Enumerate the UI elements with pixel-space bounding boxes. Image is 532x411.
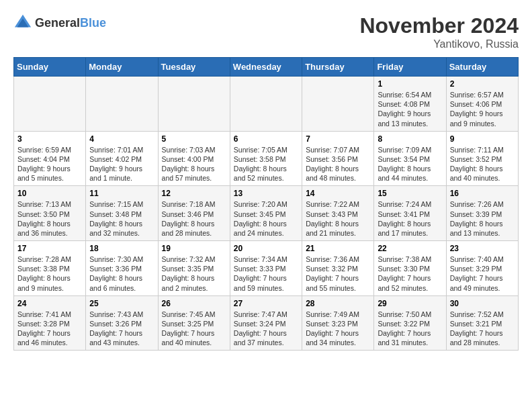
day-number: 23 bbox=[450, 244, 515, 253]
logo-text: GeneralBlue bbox=[35, 16, 106, 30]
calendar-week-3: 10Sunrise: 7:13 AM Sunset: 3:50 PM Dayli… bbox=[14, 186, 519, 241]
day-info: Sunrise: 6:57 AM Sunset: 4:06 PM Dayligh… bbox=[450, 90, 515, 128]
day-number: 22 bbox=[378, 244, 442, 253]
calendar-cell: 23Sunrise: 7:40 AM Sunset: 3:29 PM Dayli… bbox=[446, 241, 518, 296]
day-number: 16 bbox=[450, 189, 515, 198]
day-number: 21 bbox=[306, 244, 370, 253]
day-number: 6 bbox=[234, 134, 298, 144]
calendar-cell: 9Sunrise: 7:11 AM Sunset: 3:52 PM Daylig… bbox=[446, 131, 518, 186]
calendar-cell: 4Sunrise: 7:01 AM Sunset: 4:02 PM Daylig… bbox=[86, 131, 158, 186]
day-number: 25 bbox=[89, 299, 154, 308]
weekday-header-friday: Friday bbox=[374, 58, 446, 77]
calendar-cell: 19Sunrise: 7:32 AM Sunset: 3:35 PM Dayli… bbox=[158, 241, 230, 296]
calendar-cell: 5Sunrise: 7:03 AM Sunset: 4:00 PM Daylig… bbox=[158, 131, 230, 186]
day-number: 20 bbox=[234, 244, 298, 253]
weekday-header-monday: Monday bbox=[86, 58, 158, 77]
weekday-header-saturday: Saturday bbox=[446, 58, 518, 77]
calendar-cell: 21Sunrise: 7:36 AM Sunset: 3:32 PM Dayli… bbox=[302, 241, 374, 296]
day-number: 30 bbox=[450, 299, 515, 308]
logo-general: General bbox=[35, 16, 80, 30]
calendar-cell: 15Sunrise: 7:24 AM Sunset: 3:41 PM Dayli… bbox=[374, 186, 446, 241]
calendar-cell: 6Sunrise: 7:05 AM Sunset: 3:58 PM Daylig… bbox=[230, 131, 302, 186]
calendar-cell: 27Sunrise: 7:47 AM Sunset: 3:24 PM Dayli… bbox=[230, 295, 302, 351]
day-number: 24 bbox=[17, 299, 82, 308]
day-info: Sunrise: 7:09 AM Sunset: 3:54 PM Dayligh… bbox=[378, 145, 442, 183]
calendar-week-2: 3Sunrise: 6:59 AM Sunset: 4:04 PM Daylig… bbox=[14, 131, 519, 186]
calendar-cell: 26Sunrise: 7:45 AM Sunset: 3:25 PM Dayli… bbox=[158, 295, 230, 351]
day-number: 5 bbox=[162, 134, 226, 144]
day-number: 27 bbox=[234, 299, 298, 308]
calendar-cell bbox=[14, 77, 86, 132]
calendar-cell: 13Sunrise: 7:20 AM Sunset: 3:45 PM Dayli… bbox=[230, 186, 302, 241]
day-info: Sunrise: 7:07 AM Sunset: 3:56 PM Dayligh… bbox=[306, 145, 370, 183]
logo: GeneralBlue bbox=[13, 13, 106, 32]
day-info: Sunrise: 7:41 AM Sunset: 3:28 PM Dayligh… bbox=[17, 310, 82, 348]
day-info: Sunrise: 7:40 AM Sunset: 3:29 PM Dayligh… bbox=[450, 255, 515, 293]
day-number: 29 bbox=[378, 299, 442, 308]
day-info: Sunrise: 7:18 AM Sunset: 3:46 PM Dayligh… bbox=[162, 199, 226, 238]
location-title: Yantikovo, Russia bbox=[359, 38, 519, 50]
day-info: Sunrise: 7:28 AM Sunset: 3:38 PM Dayligh… bbox=[17, 255, 82, 293]
day-number: 15 bbox=[378, 189, 442, 198]
day-number: 3 bbox=[17, 134, 82, 144]
calendar-cell: 22Sunrise: 7:38 AM Sunset: 3:30 PM Dayli… bbox=[374, 241, 446, 296]
day-info: Sunrise: 7:24 AM Sunset: 3:41 PM Dayligh… bbox=[378, 199, 442, 238]
day-number: 12 bbox=[162, 189, 226, 198]
logo-icon bbox=[13, 13, 32, 32]
day-info: Sunrise: 7:20 AM Sunset: 3:45 PM Dayligh… bbox=[234, 199, 298, 238]
day-number: 9 bbox=[450, 134, 515, 144]
day-info: Sunrise: 6:54 AM Sunset: 4:08 PM Dayligh… bbox=[378, 90, 442, 128]
logo-blue: Blue bbox=[80, 16, 106, 30]
day-info: Sunrise: 7:52 AM Sunset: 3:21 PM Dayligh… bbox=[450, 310, 515, 348]
calendar-cell bbox=[86, 77, 158, 132]
calendar-cell: 7Sunrise: 7:07 AM Sunset: 3:56 PM Daylig… bbox=[302, 131, 374, 186]
day-number: 18 bbox=[89, 244, 154, 253]
calendar-cell: 17Sunrise: 7:28 AM Sunset: 3:38 PM Dayli… bbox=[14, 241, 86, 296]
day-info: Sunrise: 7:15 AM Sunset: 3:48 PM Dayligh… bbox=[89, 199, 154, 238]
day-number: 28 bbox=[306, 299, 370, 308]
calendar-cell: 12Sunrise: 7:18 AM Sunset: 3:46 PM Dayli… bbox=[158, 186, 230, 241]
calendar-cell: 10Sunrise: 7:13 AM Sunset: 3:50 PM Dayli… bbox=[14, 186, 86, 241]
weekday-header-row: SundayMondayTuesdayWednesdayThursdayFrid… bbox=[14, 58, 519, 77]
day-number: 13 bbox=[234, 189, 298, 198]
day-number: 8 bbox=[378, 134, 442, 144]
day-info: Sunrise: 7:34 AM Sunset: 3:33 PM Dayligh… bbox=[234, 255, 298, 293]
day-info: Sunrise: 7:36 AM Sunset: 3:32 PM Dayligh… bbox=[306, 255, 370, 293]
calendar-cell: 25Sunrise: 7:43 AM Sunset: 3:26 PM Dayli… bbox=[86, 295, 158, 351]
day-number: 10 bbox=[17, 189, 82, 198]
day-info: Sunrise: 7:05 AM Sunset: 3:58 PM Dayligh… bbox=[234, 145, 298, 183]
day-number: 11 bbox=[89, 189, 154, 198]
day-number: 1 bbox=[378, 79, 442, 89]
day-number: 4 bbox=[89, 134, 154, 144]
day-info: Sunrise: 7:11 AM Sunset: 3:52 PM Dayligh… bbox=[450, 145, 515, 183]
calendar-cell: 11Sunrise: 7:15 AM Sunset: 3:48 PM Dayli… bbox=[86, 186, 158, 241]
day-info: Sunrise: 7:32 AM Sunset: 3:35 PM Dayligh… bbox=[162, 255, 226, 293]
calendar-week-4: 17Sunrise: 7:28 AM Sunset: 3:38 PM Dayli… bbox=[14, 241, 519, 296]
day-info: Sunrise: 6:59 AM Sunset: 4:04 PM Dayligh… bbox=[17, 145, 82, 183]
calendar-week-1: 1Sunrise: 6:54 AM Sunset: 4:08 PM Daylig… bbox=[14, 77, 519, 132]
calendar-cell bbox=[158, 77, 230, 132]
day-number: 2 bbox=[450, 79, 515, 89]
day-info: Sunrise: 7:03 AM Sunset: 4:00 PM Dayligh… bbox=[162, 145, 226, 183]
weekday-header-tuesday: Tuesday bbox=[158, 58, 230, 77]
day-info: Sunrise: 7:47 AM Sunset: 3:24 PM Dayligh… bbox=[234, 310, 298, 348]
weekday-header-wednesday: Wednesday bbox=[230, 58, 302, 77]
weekday-header-thursday: Thursday bbox=[302, 58, 374, 77]
day-number: 17 bbox=[17, 244, 82, 253]
calendar-cell: 20Sunrise: 7:34 AM Sunset: 3:33 PM Dayli… bbox=[230, 241, 302, 296]
calendar-cell: 8Sunrise: 7:09 AM Sunset: 3:54 PM Daylig… bbox=[374, 131, 446, 186]
page-header: GeneralBlue November 2024 Yantikovo, Rus… bbox=[13, 13, 519, 50]
calendar-table: SundayMondayTuesdayWednesdayThursdayFrid… bbox=[13, 57, 519, 351]
calendar-cell: 1Sunrise: 6:54 AM Sunset: 4:08 PM Daylig… bbox=[374, 77, 446, 132]
day-info: Sunrise: 7:22 AM Sunset: 3:43 PM Dayligh… bbox=[306, 199, 370, 238]
day-info: Sunrise: 7:30 AM Sunset: 3:36 PM Dayligh… bbox=[89, 255, 154, 293]
day-info: Sunrise: 7:50 AM Sunset: 3:22 PM Dayligh… bbox=[378, 310, 442, 348]
calendar-cell: 30Sunrise: 7:52 AM Sunset: 3:21 PM Dayli… bbox=[446, 295, 518, 351]
day-number: 7 bbox=[306, 134, 370, 144]
calendar-cell: 18Sunrise: 7:30 AM Sunset: 3:36 PM Dayli… bbox=[86, 241, 158, 296]
calendar-cell bbox=[230, 77, 302, 132]
calendar-cell: 28Sunrise: 7:49 AM Sunset: 3:23 PM Dayli… bbox=[302, 295, 374, 351]
day-info: Sunrise: 7:01 AM Sunset: 4:02 PM Dayligh… bbox=[89, 145, 154, 183]
day-info: Sunrise: 7:43 AM Sunset: 3:26 PM Dayligh… bbox=[89, 310, 154, 348]
calendar-week-5: 24Sunrise: 7:41 AM Sunset: 3:28 PM Dayli… bbox=[14, 295, 519, 351]
